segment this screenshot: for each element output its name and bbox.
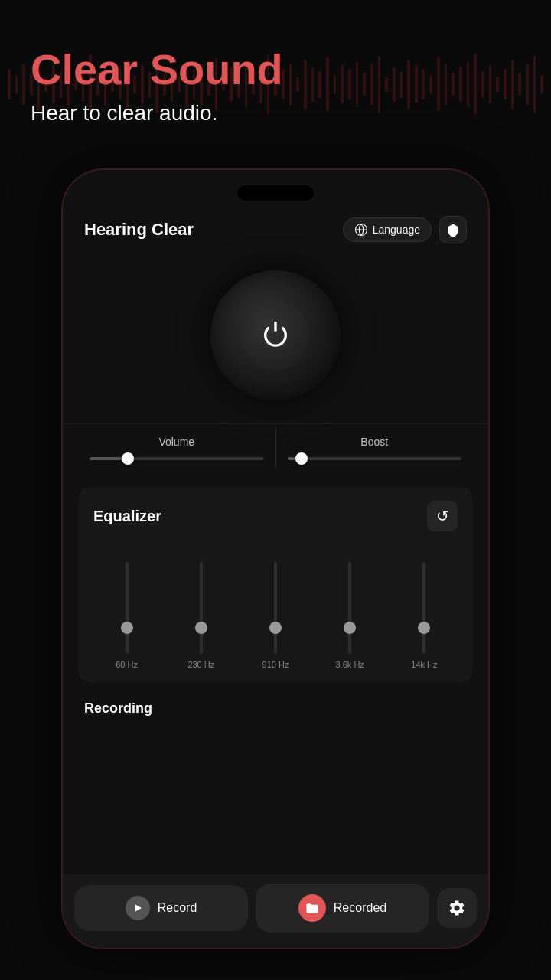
volume-label: Volume <box>90 436 264 448</box>
eq-track-2[interactable] <box>274 562 277 654</box>
boost-label: Boost <box>288 436 462 448</box>
eq-track-1[interactable] <box>200 562 203 654</box>
boost-slider-group: Boost <box>276 428 474 468</box>
status-bar-pill <box>237 185 314 201</box>
eq-track-3[interactable] <box>348 562 351 654</box>
phone-content: Hearing Clear Language <box>63 170 488 948</box>
volume-slider-group: Volume <box>78 428 276 468</box>
equalizer-section: Equalizer ↺ 60 Hz 230 Hz <box>78 487 473 683</box>
bottom-bar: Record Recorded <box>63 874 488 948</box>
sliders-section: Volume Boost <box>63 423 488 483</box>
eq-band-3: 3.6k Hz <box>317 562 383 669</box>
header-actions: Language <box>343 216 467 243</box>
hero-section: Clear Sound Hear to clear audio. <box>0 0 551 149</box>
language-button[interactable]: Language <box>343 217 432 242</box>
eq-reset-button[interactable]: ↺ <box>427 501 458 531</box>
eq-title: Equalizer <box>93 508 161 525</box>
eq-freq-2: 910 Hz <box>262 660 289 669</box>
boost-thumb <box>295 452 308 465</box>
play-icon <box>126 896 150 920</box>
eq-thumb-2 <box>269 622 282 634</box>
recorded-button[interactable]: Recorded <box>256 884 429 933</box>
record-label: Record <box>158 901 197 915</box>
recorded-label: Recorded <box>334 901 386 915</box>
eq-bars: 60 Hz 230 Hz 910 Hz <box>93 547 458 669</box>
power-section <box>63 255 488 423</box>
power-icon <box>260 320 291 351</box>
boost-track[interactable] <box>288 457 462 460</box>
eq-freq-4: 14k Hz <box>411 660 437 669</box>
eq-freq-1: 230 Hz <box>187 660 214 669</box>
eq-freq-3: 3.6k Hz <box>336 660 364 669</box>
globe-icon <box>354 223 368 237</box>
shield-button[interactable] <box>439 216 467 243</box>
language-label: Language <box>373 224 420 236</box>
eq-track-0[interactable] <box>126 562 129 654</box>
eq-thumb-0 <box>121 622 133 634</box>
recording-title: Recording <box>84 701 467 717</box>
eq-band-2: 910 Hz <box>242 562 308 669</box>
app-header: Hearing Clear Language <box>63 208 488 255</box>
eq-band-4: 14k Hz <box>391 562 458 669</box>
record-button[interactable]: Record <box>74 885 248 931</box>
phone-side-right <box>488 323 490 384</box>
eq-band-1: 230 Hz <box>168 562 234 669</box>
folder-icon <box>298 894 326 922</box>
gear-icon <box>448 899 466 917</box>
settings-button[interactable] <box>437 888 477 928</box>
app-title: Hearing Clear <box>84 220 194 240</box>
volume-track[interactable] <box>90 457 264 460</box>
status-bar <box>63 170 488 208</box>
eq-header: Equalizer ↺ <box>93 501 458 531</box>
eq-band-0: 60 Hz <box>93 562 160 669</box>
hero-subtitle: Hear to clear audio. <box>31 101 520 126</box>
hero-title: Clear Sound <box>31 46 520 93</box>
volume-thumb <box>122 452 134 465</box>
recording-section: Recording <box>63 687 488 733</box>
eq-thumb-4 <box>418 622 430 634</box>
eq-track-4[interactable] <box>422 562 425 654</box>
eq-freq-0: 60 Hz <box>116 660 138 669</box>
power-button[interactable] <box>210 270 341 400</box>
eq-thumb-1 <box>195 622 207 634</box>
eq-thumb-3 <box>344 622 356 634</box>
shield-icon <box>446 223 460 237</box>
power-button-inner <box>241 301 310 370</box>
phone-mockup: Hearing Clear Language <box>61 168 490 949</box>
svg-marker-1 <box>135 904 142 912</box>
